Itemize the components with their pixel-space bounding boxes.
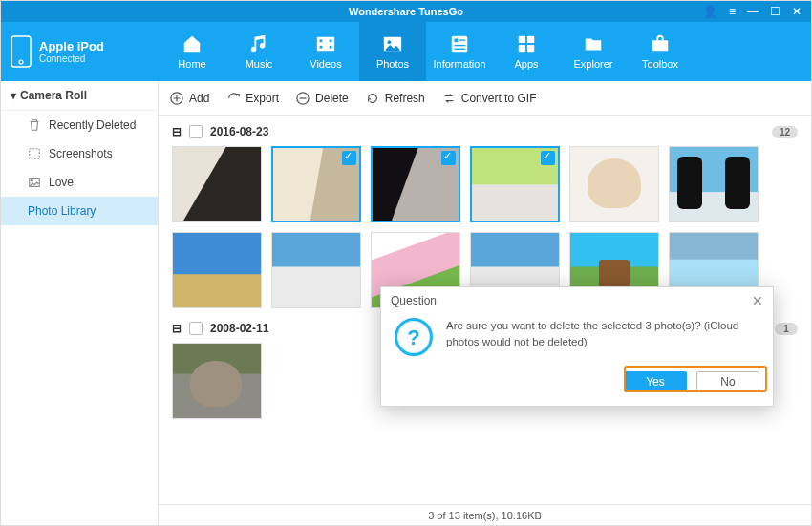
device-name: Apple iPod [39, 40, 104, 53]
trash-icon [28, 118, 41, 132]
nav-toolbox[interactable]: Toolbox [627, 22, 694, 81]
photo-thumbnail[interactable] [371, 146, 460, 222]
photo-thumbnail[interactable] [172, 232, 262, 308]
device-icon [11, 35, 32, 68]
image-icon [28, 176, 41, 189]
chevron-down-icon: ▾ [11, 89, 16, 102]
photo-thumbnail[interactable] [172, 343, 262, 419]
user-icon[interactable]: 👤 [703, 5, 717, 18]
confirm-dialog: Question ✕ ? Are sure you want to delete… [380, 286, 774, 407]
group-header: ⊟ 2016-08-23 12 [172, 125, 798, 138]
svg-rect-19 [30, 149, 40, 159]
collapse-icon[interactable]: ⊟ [172, 322, 182, 335]
nav-information[interactable]: Information [426, 22, 493, 81]
svg-rect-16 [519, 45, 525, 52]
photo-thumbnail[interactable] [569, 146, 659, 222]
main-panel: Add Export Delete Refresh Convert to GIF [159, 81, 811, 525]
check-icon [441, 151, 456, 165]
group-count-badge: 1 [775, 323, 798, 335]
apps-icon [515, 33, 538, 54]
sidebar-header[interactable]: ▾ Camera Roll [1, 81, 158, 111]
device-status: Connected [39, 53, 104, 64]
photos-icon [381, 33, 404, 54]
toolbar: Add Export Delete Refresh Convert to GIF [159, 81, 811, 116]
svg-rect-13 [455, 49, 466, 50]
svg-point-1 [19, 60, 23, 64]
svg-rect-14 [519, 36, 525, 43]
check-icon [342, 151, 356, 165]
yes-button[interactable]: Yes [624, 371, 687, 392]
photo-thumbnail[interactable] [172, 146, 262, 222]
close-icon[interactable]: ✕ [752, 293, 763, 308]
sidebar-item-screenshots[interactable]: Screenshots [1, 139, 158, 168]
question-icon: ? [395, 318, 433, 356]
svg-rect-12 [455, 45, 466, 46]
refresh-icon [366, 92, 379, 105]
close-window-icon[interactable]: ✕ [792, 5, 801, 18]
sidebar-item-photo-library[interactable]: Photo Library [1, 197, 158, 225]
menu-icon[interactable]: ≡ [729, 5, 736, 18]
nav-apps[interactable]: Apps [493, 22, 560, 81]
delete-button[interactable]: Delete [296, 92, 349, 105]
thumbnail-grid [172, 146, 798, 308]
convert-button[interactable]: Convert to GIF [442, 92, 537, 105]
status-bar: 3 of 13 item(s), 10.16KB [159, 504, 811, 525]
main-nav: Home Music Videos Photos Information App… [159, 22, 694, 81]
title-bar: Wondershare TunesGo 👤 ≡ — ☐ ✕ [1, 1, 811, 22]
nav-music[interactable]: Music [225, 22, 292, 81]
sidebar: ▾ Camera Roll Recently Deleted Screensho… [1, 81, 159, 525]
photo-thumbnail[interactable] [271, 232, 361, 308]
information-icon [448, 33, 471, 54]
header: Apple iPod Connected Home Music Videos P… [1, 22, 811, 81]
sidebar-item-recently-deleted[interactable]: Recently Deleted [1, 111, 158, 139]
svg-rect-15 [527, 36, 534, 43]
minimize-icon[interactable]: — [747, 5, 759, 18]
screenshot-icon [28, 147, 41, 160]
plus-icon [170, 92, 183, 105]
svg-rect-2 [317, 37, 334, 52]
nav-videos[interactable]: Videos [292, 22, 359, 81]
group-checkbox[interactable] [189, 125, 203, 138]
svg-rect-10 [455, 39, 459, 43]
add-button[interactable]: Add [170, 92, 209, 105]
nav-home[interactable]: Home [159, 22, 225, 81]
check-icon [541, 151, 555, 165]
group-count-badge: 12 [772, 126, 798, 138]
collapse-icon[interactable]: ⊟ [172, 125, 182, 138]
explorer-icon [582, 33, 605, 54]
svg-rect-11 [459, 39, 465, 40]
videos-icon [314, 33, 337, 54]
svg-point-8 [388, 40, 392, 44]
nav-explorer[interactable]: Explorer [560, 22, 627, 81]
dialog-message: Are sure you want to delete the selected… [446, 318, 759, 356]
svg-rect-17 [527, 45, 534, 52]
export-button[interactable]: Export [226, 92, 279, 105]
photo-thumbnail[interactable] [669, 146, 759, 222]
app-window: Wondershare TunesGo 👤 ≡ — ☐ ✕ Apple iPod… [0, 0, 812, 526]
delete-icon [296, 92, 310, 105]
home-icon [181, 33, 203, 54]
music-icon [247, 33, 270, 54]
convert-icon [442, 92, 456, 105]
toolbox-icon [649, 33, 672, 54]
nav-photos[interactable]: Photos [359, 22, 426, 81]
svg-rect-0 [11, 36, 31, 67]
refresh-button[interactable]: Refresh [366, 92, 425, 105]
svg-rect-5 [330, 39, 332, 42]
device-panel[interactable]: Apple iPod Connected [1, 22, 159, 81]
svg-rect-3 [320, 39, 323, 42]
sidebar-item-love[interactable]: Love [1, 168, 158, 197]
dialog-title: Question [391, 294, 437, 307]
svg-rect-4 [320, 46, 323, 49]
maximize-icon[interactable]: ☐ [770, 5, 780, 18]
group-checkbox[interactable] [189, 322, 203, 335]
export-icon [226, 92, 240, 105]
no-button[interactable]: No [696, 371, 759, 392]
body: ▾ Camera Roll Recently Deleted Screensho… [1, 81, 811, 525]
photo-thumbnail[interactable] [271, 146, 361, 222]
svg-rect-18 [652, 40, 669, 51]
group-date: 2016-08-23 [210, 125, 268, 138]
app-title: Wondershare TunesGo [1, 6, 811, 17]
svg-point-21 [32, 179, 33, 181]
photo-thumbnail[interactable] [470, 146, 560, 222]
